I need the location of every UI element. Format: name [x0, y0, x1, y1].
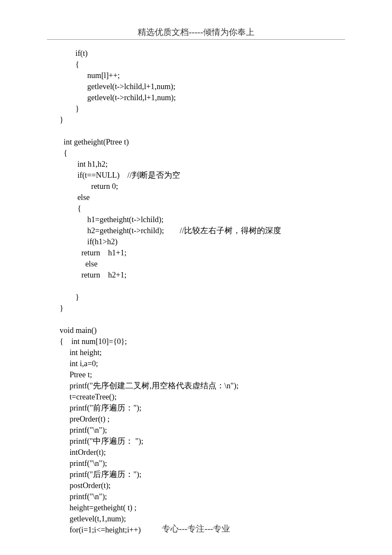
footer-text: 专心---专注---专业 — [162, 524, 230, 533]
code-content: if(t) { num[l]++; getlevel(t->lchild,l+1… — [60, 48, 358, 535]
page-footer: 专心---专注---专业 — [0, 523, 392, 535]
page-header: 精选优质文档-----倾情为你奉上 — [0, 26, 392, 38]
header-text: 精选优质文档-----倾情为你奉上 — [138, 27, 254, 37]
header-underline — [47, 39, 345, 40]
